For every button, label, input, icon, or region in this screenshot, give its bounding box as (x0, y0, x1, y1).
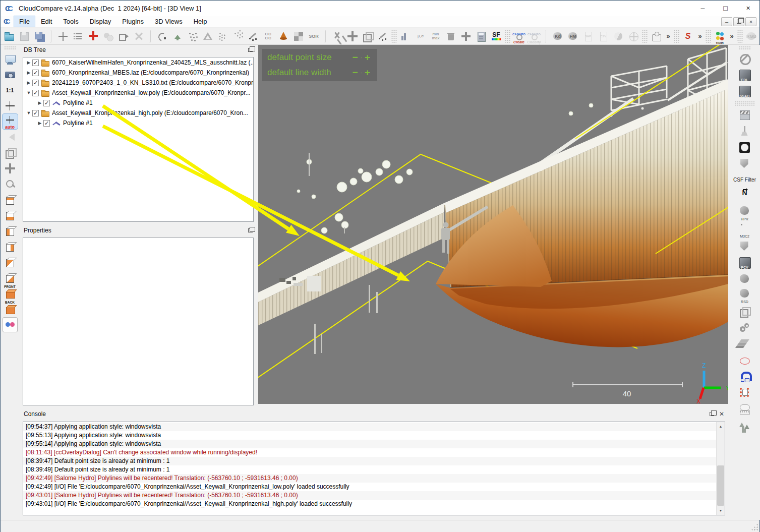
plugin-tool-ssao-shader[interactable]: SSAO (734, 84, 756, 99)
plugin-tool-compass[interactable] (734, 140, 756, 155)
tree-row-polyline-1a[interactable]: ▶ ✓ Polyline #1 (23, 98, 253, 108)
view-tool-iso-back[interactable]: BACK (3, 302, 18, 317)
console-scrollbar[interactable]: ▲ ▼ (716, 422, 725, 515)
mdi-restore-button[interactable] (733, 17, 744, 26)
toolbar-icon-rgb[interactable]: RGB (744, 29, 759, 44)
decrease-button[interactable]: − (350, 69, 360, 77)
visibility-checkbox[interactable]: ✓ (32, 70, 39, 76)
visibility-checkbox[interactable]: ✓ (32, 60, 39, 66)
toolbar-icon-clone[interactable] (101, 29, 116, 44)
toolbar-icon-trace-polyline[interactable] (155, 29, 170, 44)
visibility-checkbox[interactable]: ✓ (32, 110, 39, 116)
expander-icon[interactable]: ▶ (25, 70, 32, 75)
view-tool-pick-rotation-center[interactable] (3, 98, 18, 113)
visibility-checkbox[interactable]: ✓ (43, 100, 50, 106)
menu-edit[interactable]: Edit (35, 16, 57, 27)
plugin-tool-ellipser[interactable] (734, 353, 756, 368)
toolbar-icon-save[interactable] (17, 29, 32, 44)
toolbar-drag-handle[interactable] (4, 46, 16, 50)
view-tool-zoom-magnifier[interactable] (3, 176, 18, 192)
toolbar-icon-translate-rotate[interactable] (345, 29, 360, 44)
toolbar-icon-sf-delete[interactable] (443, 29, 458, 44)
toolbar-icon-delete[interactable] (131, 29, 146, 44)
visibility-checkbox[interactable]: ✓ (43, 120, 50, 127)
tree-row-poly-low[interactable]: ▼ ✓ Asset_Keywall_Kronprinzenkai_low.pol… (23, 88, 253, 98)
view-tool-stereo-mode[interactable] (3, 317, 18, 332)
plugin-tool-manual-classification[interactable] (734, 385, 756, 400)
expander-icon[interactable]: ▶ (36, 100, 43, 105)
toolbar-icon-open[interactable] (2, 29, 17, 44)
menu-display[interactable]: Display (84, 16, 117, 27)
view-tool-iso-front[interactable]: FRONT (3, 286, 18, 301)
scrollbar-thumb[interactable] (717, 465, 724, 506)
toolbar-icon-primitive-cone[interactable] (276, 29, 291, 44)
visibility-checkbox[interactable]: ✓ (32, 90, 39, 96)
plugin-tool-hpr[interactable]: HPR (734, 205, 756, 221)
toolbar-icon-train-3d[interactable]: TRAIN (712, 29, 727, 44)
increase-button[interactable]: + (363, 69, 372, 77)
plugin-tool-treeiso[interactable] (734, 418, 756, 433)
plugin-tool-rsd[interactable]: RSD (734, 287, 756, 304)
toolbar-icon-save-all[interactable] (32, 29, 47, 44)
toolbar-icon-properties-list[interactable] (71, 29, 86, 44)
expander-icon[interactable]: ▼ (25, 90, 32, 95)
tree-row-poly-high[interactable]: ▼ ✓ Asset_Keywall_Kronprinzenkai_high.po… (23, 108, 253, 118)
increase-button[interactable]: + (363, 53, 372, 62)
view-tool-view-front[interactable] (3, 223, 18, 239)
toolbar-icon-more-4[interactable]: » (759, 29, 759, 44)
minimize-button[interactable]: – (691, 1, 714, 16)
plugin-tool-cloud-layers[interactable] (734, 337, 756, 352)
tree-row-laz-mbes[interactable]: ▶ ✓ 6070_Kronprinzenkai_MBES.laz (E:/clo… (23, 68, 253, 78)
toolbar-icon-canupo-create[interactable]: CANUPO Create (511, 29, 527, 44)
plugin-tool-csf-filter[interactable] (734, 156, 756, 171)
view-tool-fullscreen-3d[interactable] (3, 51, 18, 67)
toolbar-icon-cloud-cloud-distance[interactable]: CC CC (261, 29, 276, 44)
plugin-tool-broom-clean[interactable] (734, 124, 756, 139)
menu-file[interactable]: File (14, 16, 35, 27)
toolbar-icon-shf-file[interactable]: SHF (580, 29, 596, 44)
resize-grip[interactable] (751, 523, 758, 530)
mdi-close-button[interactable]: × (745, 17, 756, 26)
toolbar-icon-sf-minmax[interactable]: min max (428, 29, 443, 44)
toolbar-icon-compute-normals[interactable] (170, 29, 185, 44)
toolbar-icon-apply-transformation[interactable] (116, 29, 131, 44)
toolbar-icon-noise-filter[interactable] (215, 29, 230, 44)
view-tool-screenshot[interactable] (3, 67, 18, 82)
maximize-button[interactable]: □ (714, 1, 737, 16)
close-button[interactable]: × (737, 1, 759, 16)
toolbar-icon-kd-tree[interactable]: Kd (550, 29, 565, 44)
expander-icon[interactable]: ▶ (36, 121, 43, 126)
close-panel-icon[interactable]: ✕ (719, 411, 724, 417)
toolbar-icon-sphere-half[interactable] (611, 29, 626, 44)
float-panel-icon[interactable] (248, 228, 253, 232)
plugin-tool-edl-shader[interactable]: EDL (734, 68, 756, 83)
menu-plugins[interactable]: Plugins (116, 16, 149, 27)
view-tool-view-back[interactable] (3, 239, 18, 254)
plugin-tool-sra-magnet[interactable] (734, 369, 756, 384)
view-tool-zoom-1-1[interactable]: 1:1 (3, 83, 18, 98)
plugin-tool-shade-shield[interactable] (734, 239, 756, 254)
plugin-tool-m3c2[interactable]: M3C2 (734, 222, 756, 238)
toolbar-icon-histogram[interactable] (398, 29, 413, 44)
view-tool-rotate-view[interactable] (3, 130, 18, 145)
scroll-down-icon[interactable]: ▼ (717, 506, 725, 515)
float-panel-icon[interactable] (710, 412, 714, 416)
toolbar-icon-point-list-picking[interactable] (86, 29, 101, 44)
expander-icon[interactable]: ▶ (25, 80, 32, 85)
plugin-tool-pcv[interactable]: PCV (734, 255, 756, 270)
toolbar-icon-sf-color-scale[interactable]: SF (489, 29, 504, 44)
tree-row-txt-ls310[interactable]: ▶ ✓ 20241219_6070P2403_1_0_KN_LS310.txt … (23, 78, 253, 88)
view-tool-view-left[interactable] (3, 255, 18, 270)
plugin-tool-remove-filter[interactable] (734, 51, 756, 67)
plugin-tool-cloud-measure[interactable] (734, 401, 756, 417)
toolbar-icon-sor-filter[interactable]: SOR (306, 29, 321, 44)
toolbar-icon-global-shift[interactable] (55, 29, 71, 44)
toolbar-icon-pick-tool[interactable] (375, 29, 390, 44)
toolbar-icon-canupo-classify[interactable]: CANUPO Classify (527, 29, 542, 44)
scroll-up-icon[interactable]: ▲ (717, 422, 725, 431)
toolbar-icon-more-1[interactable]: » (664, 29, 673, 44)
view-tool-view-bottom[interactable] (3, 208, 18, 223)
plugin-tool-hough-normals[interactable]: N (734, 189, 756, 204)
visibility-checkbox[interactable]: ✓ (32, 80, 39, 86)
toolbar-icon-more-3[interactable]: » (727, 29, 736, 44)
